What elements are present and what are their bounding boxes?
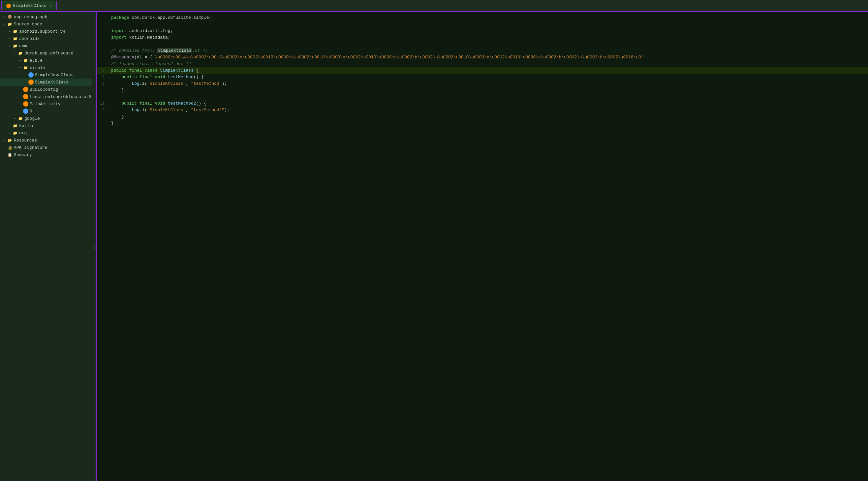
sidebar-item-apk-signature[interactable]: 🔏 APK signature — [0, 144, 92, 151]
org-icon: 📁 — [12, 130, 18, 136]
code-line-blank1 — [97, 21, 868, 28]
divider-dot-3 — [94, 248, 95, 249]
line-num-8: 8 — [97, 81, 108, 87]
tab-bar: SimpleKtClass × — [0, 0, 868, 12]
code-editor[interactable]: package com.dorck.app.obfuscate.simple; … — [96, 12, 868, 481]
sidebar-item-resources[interactable]: 📂 Resources — [0, 137, 92, 144]
sidebar-item-build-config[interactable]: BuildConfig — [0, 86, 92, 93]
build-config-icon — [23, 87, 28, 92]
sidebar-item-fios[interactable]: FunctionInnerObfuscatorSample — [0, 93, 92, 100]
line-content-i2: import kotlin.Metadata; — [108, 34, 170, 41]
tab-label: SimpleKtClass — [13, 3, 46, 8]
line-content-12: Log.i("SimpleKtClass", "testMethod2"); — [108, 107, 229, 114]
line-content-cc: } — [108, 120, 114, 127]
code-line-7: 7 public final void testMethod() { — [97, 74, 868, 81]
source-code-label: Source code — [14, 22, 42, 27]
sidebar-item-main-activity[interactable]: MainActivity — [0, 100, 92, 108]
tab-close-button[interactable]: × — [50, 4, 52, 8]
line-content-7: public final void testMethod() { — [108, 74, 204, 81]
apk-sig-chevron — [2, 145, 7, 150]
summary-icon: 📋 — [7, 152, 12, 157]
main-activity-icon — [23, 101, 28, 107]
line-content-ctm2: } — [108, 114, 124, 120]
sidebar-item-com[interactable]: 📁 com — [0, 42, 92, 50]
line-content-i1: import android.util.Log; — [108, 28, 173, 34]
line-num-7: 7 — [97, 74, 108, 81]
divider-dot-2 — [94, 246, 95, 247]
android-support-chevron — [7, 29, 12, 34]
line-content-b1 — [108, 21, 114, 28]
abe-chevron — [18, 58, 23, 63]
divider-handle[interactable] — [92, 12, 96, 481]
java-file-icon — [28, 72, 34, 78]
sidebar-item-r[interactable]: R — [0, 108, 92, 115]
android-support-icon: 📁 — [12, 29, 18, 34]
resources-label: Resources — [14, 138, 37, 143]
sidebar-item-source-code[interactable]: 📁 Source code — [0, 21, 92, 28]
apk-root-chevron — [2, 14, 7, 19]
apk-root-item[interactable]: app-debug.apk — [0, 13, 92, 21]
fios-label: FunctionInnerObfuscatorSample — [30, 94, 92, 99]
com-chevron — [7, 43, 12, 48]
kotlin-label: kotlin — [19, 123, 35, 128]
main-layout: app-debug.apk 📁 Source code 📁 android.su… — [0, 12, 868, 481]
sidebar[interactable]: app-debug.apk 📁 Source code 📁 android.su… — [0, 12, 92, 481]
dorck-icon: 📁 — [18, 51, 23, 56]
sidebar-item-androidx[interactable]: 📁 androidx — [0, 35, 92, 42]
code-line-comment1: /* compiled from: SimpleKtClass.kt */ — [97, 48, 868, 54]
kotlin-icon: 📁 — [12, 123, 18, 128]
source-code-folder-icon: 📁 — [7, 22, 12, 27]
fios-icon — [23, 94, 28, 99]
kotlin-class-icon — [28, 80, 34, 85]
sidebar-item-google[interactable]: 📁 google — [0, 115, 92, 122]
r-chevron — [18, 109, 23, 114]
build-config-label: BuildConfig — [30, 87, 58, 92]
r-label: R — [30, 109, 32, 114]
line-content-11: public final void testMethod2() { — [108, 100, 207, 107]
abe-icon: 📁 — [23, 58, 28, 63]
tab-simple-kt-class[interactable]: SimpleKtClass × — [1, 1, 57, 10]
code-line-close-tm2: } — [97, 114, 868, 120]
resources-chevron — [2, 138, 7, 143]
androidx-chevron — [7, 36, 12, 41]
skc-chevron — [23, 80, 28, 85]
sidebar-item-abe[interactable]: 📁 a.b.e — [0, 57, 92, 64]
line-content-ctm: } — [108, 87, 124, 94]
sidebar-item-summary[interactable]: 📋 Summary — [0, 151, 92, 158]
bc-chevron — [18, 87, 23, 92]
abe-label: a.b.e — [30, 58, 42, 63]
divider-dots — [94, 244, 95, 249]
sidebar-item-android-support[interactable]: 📁 android.support.v4 — [0, 28, 92, 35]
org-chevron — [7, 131, 12, 135]
sidebar-item-dorck[interactable]: 📁 dorck.app.obfuscate — [0, 50, 92, 57]
line-content-ann: @Metadata(d1 = {"\u0000\u0014\n\u0002\u0… — [108, 54, 644, 61]
line-content-pkg: package com.dorck.app.obfuscate.simple; — [108, 14, 211, 21]
line-content-b3 — [108, 94, 114, 100]
sidebar-item-simple-kt-class[interactable]: SimpleKtClass — [0, 79, 92, 86]
line-content-c1: /* compiled from: SimpleKtClass.kt */ — [108, 48, 208, 54]
android-support-label: android.support.v4 — [19, 29, 65, 34]
line-num-6: 6 — [97, 67, 108, 74]
code-line-import1: import android.util.Log; — [97, 28, 868, 34]
sidebar-item-org[interactable]: 📁 org — [0, 129, 92, 137]
resources-icon: 📂 — [7, 138, 12, 143]
apk-sig-icon: 🔏 — [7, 145, 12, 150]
code-line-8: 8 Log.i("SimpleKtClass", "testMethod"); — [97, 81, 868, 87]
androidx-icon: 📁 — [12, 36, 18, 41]
google-icon: 📁 — [18, 116, 23, 121]
sjc-chevron — [23, 72, 28, 77]
code-line-close-tm: } — [97, 87, 868, 94]
simple-icon: 📁 — [23, 65, 28, 70]
code-line-annotation: @Metadata(d1 = {"\u0000\u0014\n\u0002\u0… — [97, 54, 868, 61]
line-content-b2 — [108, 41, 114, 48]
sidebar-item-simple[interactable]: 📁 simple — [0, 64, 92, 71]
line-content-6: public final class SimpleKtClass { — [108, 67, 198, 74]
apk-file-icon — [7, 14, 12, 20]
sidebar-item-simple-java-class[interactable]: SimpleJavaClass — [0, 71, 92, 79]
line-content-c2: /* loaded from: classes2.dex */ — [108, 61, 191, 67]
source-code-chevron — [2, 22, 7, 26]
com-icon: 📁 — [12, 43, 18, 49]
dorck-label: dorck.app.obfuscate — [24, 51, 73, 56]
line-content-8: Log.i("SimpleKtClass", "testMethod"); — [108, 81, 227, 87]
sidebar-item-kotlin[interactable]: 📁 kotlin — [0, 122, 92, 129]
